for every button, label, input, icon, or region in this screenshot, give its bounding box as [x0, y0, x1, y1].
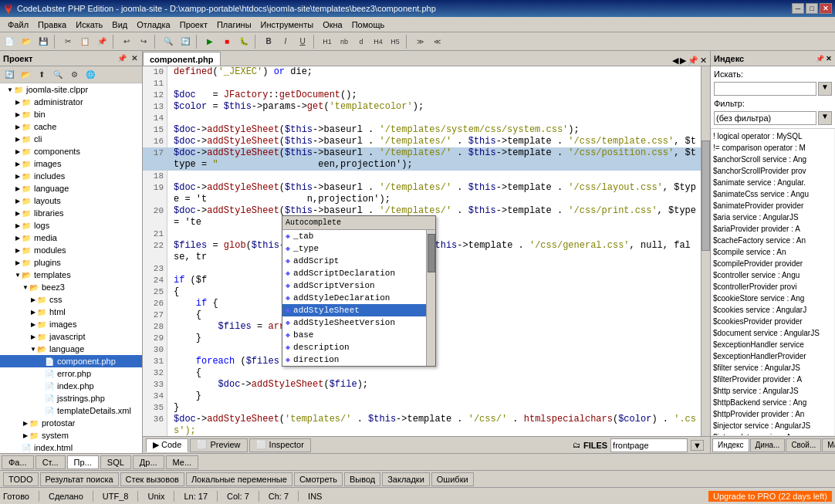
- index-list-item[interactable]: $aria service : AngularJS: [713, 211, 833, 223]
- tb-new[interactable]: 📄: [2, 34, 17, 49]
- tb-open[interactable]: 📂: [19, 34, 34, 49]
- menu-help[interactable]: Помощь: [347, 19, 390, 31]
- tree-item-cache[interactable]: ▶ 📁 cache: [0, 120, 142, 133]
- index-list-item[interactable]: $exceptionHandlerProvider: [713, 350, 833, 362]
- tree-item-jsstringsphp[interactable]: 📄 jsstrings.php: [0, 392, 142, 404]
- ac-item-addscriptversion[interactable]: ◆ addScriptVersion: [282, 279, 435, 292]
- index-list-item[interactable]: $controller service : Angu: [713, 269, 833, 281]
- sidebar-close[interactable]: ✕: [130, 53, 139, 63]
- index-tab-index[interactable]: Индекс: [712, 438, 749, 452]
- index-list-item[interactable]: $cookiesProvider provider: [713, 316, 833, 327]
- tree-item-plugins[interactable]: ▶ 📁 plugins: [0, 256, 142, 269]
- bp-tab-locals[interactable]: Локальные переменные: [186, 472, 292, 486]
- index-list-item[interactable]: $exceptionHandler service: [713, 339, 833, 350]
- tree-item-includes[interactable]: ▶ 📁 includes: [0, 170, 142, 182]
- tree-item-images[interactable]: ▶ 📁 images: [0, 157, 142, 170]
- index-close[interactable]: ✕: [826, 55, 832, 63]
- tree-item-javascript[interactable]: ▶ 📁 javascript: [0, 330, 142, 343]
- tb-cut[interactable]: ✂: [60, 34, 76, 49]
- ac-item-addscriptdeclaration[interactable]: ◆ addScriptDeclaration: [282, 267, 435, 279]
- tb-find[interactable]: 🔍: [161, 34, 176, 49]
- tb-save[interactable]: 💾: [35, 34, 51, 49]
- index-list-item[interactable]: $http service : AngularJS: [713, 385, 833, 397]
- bp-tab-errors[interactable]: Ошибки: [431, 472, 474, 486]
- index-list-item[interactable]: $injector service : AngularJS: [713, 420, 833, 431]
- tree-item-bin[interactable]: ▶ 📁 bin: [0, 108, 142, 120]
- upgrade-button[interactable]: Upgrade to PRO (22 days left): [708, 491, 832, 502]
- tb-h1[interactable]: H1: [319, 34, 335, 49]
- tb-extra2[interactable]: ≪: [429, 34, 445, 49]
- footer-tab-st[interactable]: Ст...: [35, 455, 66, 469]
- index-tab-dina[interactable]: Дина...: [750, 438, 786, 452]
- menu-edit[interactable]: Правка: [33, 19, 71, 31]
- menu-debug[interactable]: Отладка: [132, 19, 174, 31]
- bp-tab-todo[interactable]: TODO: [3, 472, 39, 486]
- ac-item-tab[interactable]: ◆ _tab: [282, 230, 435, 242]
- index-list-item[interactable]: $anchorScroll service : Ang: [713, 154, 833, 165]
- editor-scrollbar[interactable]: [701, 66, 710, 436]
- tb-extra1[interactable]: ≫: [412, 34, 428, 49]
- filter-btn[interactable]: ▼: [818, 111, 832, 125]
- files-combo-input[interactable]: [610, 438, 688, 452]
- ac-item-description[interactable]: ◆ description: [282, 341, 435, 353]
- ac-item-direction[interactable]: ◆ direction: [282, 353, 435, 366]
- index-list-item[interactable]: $compile service : An: [713, 246, 833, 258]
- sb-tb4[interactable]: 🔍: [50, 67, 66, 83]
- tb-h5[interactable]: H5: [387, 34, 403, 49]
- tab-preview[interactable]: ⬜ Preview: [190, 438, 247, 452]
- index-list-item[interactable]: $animateCss service : Angu: [713, 188, 833, 200]
- index-list-item[interactable]: $httpProvider provider : An: [713, 408, 833, 420]
- tree-item-templates[interactable]: ▼ 📂 templates: [0, 269, 142, 281]
- menu-file[interactable]: Файл: [3, 19, 33, 31]
- tree-item-layouts[interactable]: ▶ 📁 layouts: [0, 194, 142, 207]
- menu-project[interactable]: Проект: [175, 19, 212, 31]
- tree-item-components[interactable]: ▶ 📁 components: [0, 145, 142, 157]
- index-list-item[interactable]: $compileProvider provider: [713, 258, 833, 269]
- footer-tab-dr[interactable]: Др...: [133, 455, 164, 469]
- tree-item-html[interactable]: ▶ 📁 html: [0, 306, 142, 318]
- tree-item-logs[interactable]: ▶ 📁 logs: [0, 219, 142, 232]
- index-list-item[interactable]: $ariaProvider provider : A: [713, 223, 833, 235]
- tab-code[interactable]: ▶ Code: [146, 438, 188, 452]
- files-dropdown-btn[interactable]: ▼: [691, 440, 704, 451]
- tb-underline[interactable]: U: [295, 34, 310, 49]
- index-list-item[interactable]: $cookies service : AngularJ: [713, 304, 833, 316]
- tb-h2[interactable]: nb: [336, 34, 352, 49]
- index-list-item[interactable]: $document service : AngularJS: [713, 327, 833, 339]
- tree-item-beez3[interactable]: ▼ 📂 beez3: [0, 281, 142, 293]
- filter-input[interactable]: [714, 111, 816, 125]
- tree-item-cli[interactable]: ▶ 📁 cli: [0, 133, 142, 145]
- menu-plugins[interactable]: Плагины: [212, 19, 256, 31]
- sb-tb6[interactable]: 🌐: [83, 67, 98, 83]
- restore-button[interactable]: □: [806, 3, 818, 14]
- tb-replace[interactable]: 🔄: [177, 34, 193, 49]
- tab-close[interactable]: ✕: [700, 56, 707, 66]
- autocomplete-scrollbar[interactable]: [426, 230, 435, 366]
- bp-tab-bookmarks[interactable]: Закладки: [382, 472, 430, 486]
- footer-tab-sql[interactable]: SQL: [100, 455, 131, 469]
- index-list-item[interactable]: != comparison operator : M: [713, 142, 833, 154]
- menu-view[interactable]: Вид: [107, 19, 132, 31]
- footer-tab-fa[interactable]: Фа...: [2, 455, 34, 469]
- ac-item-base[interactable]: ◆ base: [282, 329, 435, 341]
- sb-tb1[interactable]: 🔄: [2, 67, 17, 83]
- tab-nav-right[interactable]: ▶: [680, 56, 686, 66]
- ac-item-addstyledeclaration[interactable]: ◆ addStyleDeclaration: [282, 292, 435, 304]
- tree-item-modules[interactable]: ▶ 📁 modules: [0, 244, 142, 256]
- index-list-item[interactable]: ! logical operator : MySQL: [713, 130, 833, 142]
- index-tab-mar[interactable]: Мар: [822, 438, 835, 452]
- tree-item-indexphp[interactable]: 📄 index.php: [0, 380, 142, 392]
- tree-item-errorphp[interactable]: 📄 error.php: [0, 367, 142, 380]
- ac-item-type[interactable]: ◆ _type: [282, 242, 435, 255]
- tree-item-templatedetailsxml[interactable]: 📄 templateDetails.xml: [0, 404, 142, 417]
- tb-stop[interactable]: ■: [219, 34, 235, 49]
- menu-tools[interactable]: Инструменты: [256, 19, 319, 31]
- tree-item-language2[interactable]: ▼ 📂 language: [0, 343, 142, 355]
- minimize-button[interactable]: ─: [792, 3, 804, 14]
- ac-item-addstylesheetversion[interactable]: ◆ addStyleSheetVersion: [282, 316, 435, 329]
- tb-italic[interactable]: I: [278, 34, 293, 49]
- menu-windows[interactable]: Окна: [318, 19, 347, 31]
- tb-debug[interactable]: 🐛: [236, 34, 252, 49]
- index-list-item[interactable]: $animate service : Angular.: [713, 177, 833, 188]
- editor-tab-componentphp[interactable]: component.php: [143, 52, 221, 66]
